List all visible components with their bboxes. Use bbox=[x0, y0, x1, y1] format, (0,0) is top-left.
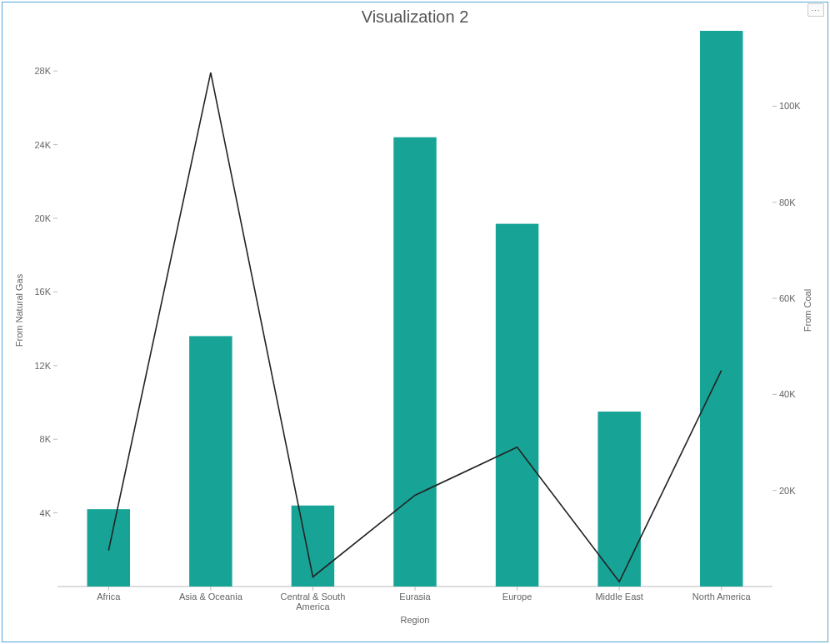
svg-text:North America: North America bbox=[692, 592, 752, 602]
svg-text:60K: 60K bbox=[779, 293, 796, 303]
more-options-button[interactable]: ··· bbox=[808, 3, 824, 17]
y-right-axis-label: From Coal bbox=[802, 289, 812, 332]
svg-text:24K: 24K bbox=[34, 140, 51, 150]
bar bbox=[598, 412, 640, 587]
y-left-axis-label: From Natural Gas bbox=[14, 273, 24, 347]
chart-plot-area: 4K8K12K16K20K24K28KFrom Natural Gas20K40… bbox=[9, 31, 821, 635]
chart-title: Visualization 2 bbox=[2, 7, 828, 27]
svg-text:20K: 20K bbox=[779, 486, 796, 496]
combo-chart-svg: 4K8K12K16K20K24K28KFrom Natural Gas20K40… bbox=[9, 31, 821, 635]
x-axis-label: Region bbox=[401, 615, 430, 625]
bar bbox=[393, 137, 436, 587]
bar bbox=[700, 31, 742, 587]
svg-text:Middle East: Middle East bbox=[595, 592, 642, 602]
svg-text:Europe: Europe bbox=[502, 592, 532, 602]
svg-text:Eurasia: Eurasia bbox=[399, 592, 431, 602]
svg-text:40K: 40K bbox=[779, 389, 796, 399]
svg-text:20K: 20K bbox=[34, 213, 51, 223]
svg-text:Central & South: Central & South bbox=[281, 592, 346, 602]
svg-text:80K: 80K bbox=[779, 197, 796, 207]
bar bbox=[496, 224, 538, 587]
ellipsis-icon: ··· bbox=[812, 7, 821, 14]
svg-text:America: America bbox=[296, 602, 330, 612]
svg-text:4K: 4K bbox=[40, 508, 52, 518]
svg-text:Africa: Africa bbox=[97, 592, 121, 602]
svg-text:8K: 8K bbox=[40, 434, 52, 444]
svg-text:16K: 16K bbox=[34, 287, 51, 297]
bar bbox=[189, 336, 232, 587]
svg-text:Asia & Oceania: Asia & Oceania bbox=[179, 592, 243, 602]
svg-text:100K: 100K bbox=[779, 101, 801, 111]
svg-text:28K: 28K bbox=[34, 66, 51, 76]
chart-card: Visualization 2 ··· 4K8K12K16K20K24K28KF… bbox=[2, 2, 828, 642]
svg-text:12K: 12K bbox=[34, 361, 51, 371]
